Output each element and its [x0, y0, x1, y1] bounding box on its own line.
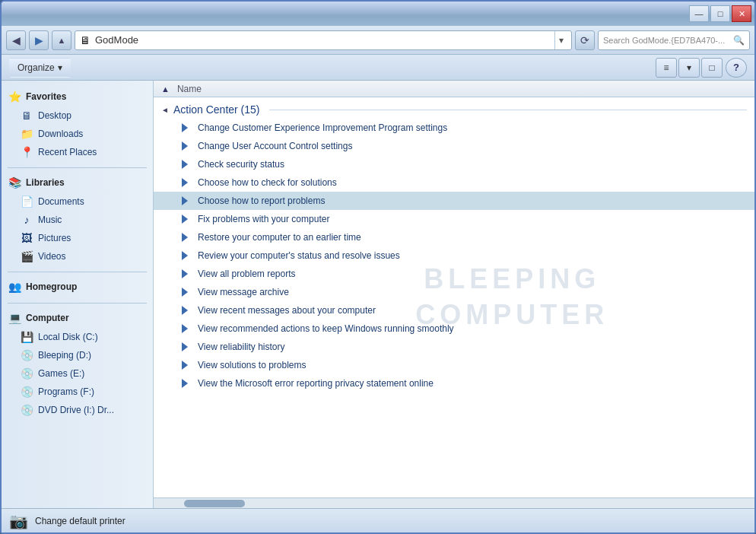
list-item[interactable]: Change User Account Control settings: [154, 137, 754, 155]
sidebar-item-games-e[interactable]: 💿 Games (E:): [2, 364, 153, 383]
favorites-icon: ⭐: [8, 90, 21, 103]
programs-f-icon: 💿: [20, 385, 33, 399]
sidebar-section-homegroup: 👥 Homegroup: [2, 277, 153, 297]
status-bar: 📷 Change default printer: [2, 508, 754, 532]
sidebar-divider-3: [8, 303, 147, 304]
item-label: View all problem reports: [198, 269, 296, 279]
item-label: View reliability history: [198, 342, 285, 352]
search-placeholder-text: Search GodMode.{ED7BA470-...: [603, 36, 729, 45]
sidebar-item-documents[interactable]: 📄 Documents: [2, 192, 153, 211]
item-arrow-icon: [178, 340, 192, 354]
item-arrow-icon: [178, 212, 192, 226]
item-arrow-icon: [178, 249, 192, 262]
list-item[interactable]: View all problem reports: [154, 265, 754, 283]
sidebar-item-downloads[interactable]: 📁 Downloads: [2, 125, 153, 143]
sidebar-item-videos[interactable]: 🎬 Videos: [2, 247, 153, 265]
forward-button[interactable]: ▶: [29, 30, 49, 50]
sidebar-item-pictures[interactable]: 🖼 Pictures: [2, 229, 153, 247]
close-button[interactable]: ✕: [732, 5, 751, 22]
address-path: GodMode: [95, 34, 550, 46]
item-label: Choose how to report problems: [198, 195, 325, 206]
downloads-icon: 📁: [20, 127, 33, 141]
list-item[interactable]: Review your computer's status and resolv…: [154, 246, 754, 265]
videos-label: Videos: [38, 251, 65, 262]
hscroll-thumb[interactable]: [184, 500, 245, 507]
address-dropdown-button[interactable]: ▾: [554, 31, 567, 49]
list-item[interactable]: Restore your computer to an earlier time: [154, 228, 754, 246]
local-disk-c-icon: 💾: [20, 330, 33, 344]
item-label: View recommended actions to keep Windows…: [198, 323, 454, 334]
list-item[interactable]: View solutions to problems: [154, 356, 754, 374]
item-arrow-icon: [178, 285, 192, 299]
view-dropdown-button[interactable]: ▾: [678, 58, 700, 78]
libraries-icon: 📚: [8, 176, 21, 189]
list-item[interactable]: Choose how to check for solutions: [154, 173, 754, 192]
list-item[interactable]: Check security status: [154, 155, 754, 173]
item-arrow-icon: [178, 267, 192, 281]
list-item[interactable]: Change Customer Experience Improvement P…: [154, 119, 754, 137]
homegroup-icon: 👥: [8, 280, 21, 294]
list-item[interactable]: View recommended actions to keep Windows…: [154, 319, 754, 338]
group-collapse-arrow[interactable]: ◄: [161, 106, 169, 114]
view-buttons: ≡ ▾ □: [656, 58, 723, 78]
sidebar-item-bleeping-d[interactable]: 💿 Bleeping (D:): [2, 346, 153, 364]
music-label: Music: [38, 215, 62, 225]
organize-button[interactable]: Organize ▾: [9, 58, 71, 78]
group-title: Action Center (15): [173, 103, 260, 116]
toolbar: Organize ▾ ≡ ▾ □ ?: [2, 55, 754, 81]
local-disk-c-label: Local Disk (C:): [38, 332, 98, 342]
sidebar-item-desktop[interactable]: 🖥 Desktop: [2, 106, 153, 125]
item-label: Change Customer Experience Improvement P…: [198, 122, 447, 133]
favorites-label: Favorites: [26, 91, 66, 102]
sidebar-item-dvd-drive[interactable]: 💿 DVD Drive (I:) Dr...: [2, 401, 153, 419]
item-label: Change User Account Control settings: [198, 141, 352, 151]
help-button[interactable]: ?: [726, 58, 747, 78]
search-box[interactable]: Search GodMode.{ED7BA470-... 🔍: [598, 30, 750, 50]
address-input-box[interactable]: 🖥 GodMode ▾: [75, 30, 572, 50]
sidebar-scroll[interactable]: ⭐ Favorites 🖥 Desktop 📁 Downloads 📍 Rece…: [2, 81, 153, 508]
list-view-button[interactable]: ≡: [656, 58, 677, 78]
videos-icon: 🎬: [20, 250, 33, 263]
list-item[interactable]: View message archive: [154, 283, 754, 301]
sidebar-item-recent-places[interactable]: 📍 Recent Places: [2, 143, 153, 161]
organize-arrow: ▾: [58, 62, 62, 73]
list-item[interactable]: View recent messages about your computer: [154, 301, 754, 319]
item-label: Review your computer's status and resolv…: [198, 250, 400, 261]
sidebar-item-local-disk-c[interactable]: 💾 Local Disk (C:): [2, 328, 153, 346]
item-label: Choose how to check for solutions: [198, 177, 337, 188]
recent-places-label: Recent Places: [38, 147, 97, 157]
list-item[interactable]: View the Microsoft error reporting priva…: [154, 374, 754, 393]
sort-up-button[interactable]: ▲: [161, 84, 170, 94]
back-button[interactable]: ◀: [6, 30, 26, 50]
list-item[interactable]: Fix problems with your computer: [154, 210, 754, 228]
sidebar-divider-1: [8, 167, 147, 168]
group-header-action-center: ◄ Action Center (15): [154, 100, 754, 119]
sidebar-item-programs-f[interactable]: 💿 Programs (F:): [2, 383, 153, 401]
horizontal-scrollbar[interactable]: [154, 497, 754, 508]
list-item[interactable]: View reliability history: [154, 338, 754, 356]
dvd-drive-label: DVD Drive (I:) Dr...: [38, 405, 114, 415]
desktop-label: Desktop: [38, 110, 71, 121]
minimize-button[interactable]: —: [689, 5, 709, 22]
sidebar-header-libraries: 📚 Libraries: [2, 173, 153, 192]
content-area[interactable]: BLEEPINGCOMPUTER ◄ Action Center (15) Ch…: [154, 97, 754, 497]
item-label: View recent messages about your computer: [198, 305, 376, 316]
address-bar: ◀ ▶ ▲ 🖥 GodMode ▾ ⟳ Search GodMode.{ED7B…: [2, 26, 754, 55]
item-arrow-icon: [178, 230, 192, 244]
preview-pane-button[interactable]: □: [701, 58, 723, 78]
item-label: Check security status: [198, 159, 284, 170]
search-button[interactable]: 🔍: [732, 34, 745, 46]
refresh-button[interactable]: ⟳: [575, 30, 595, 50]
programs-f-label: Programs (F:): [38, 386, 94, 397]
item-arrow-icon: [178, 322, 192, 335]
maximize-button[interactable]: □: [710, 5, 730, 22]
sidebar-header-computer: 💻 Computer: [2, 308, 153, 328]
sidebar-header-homegroup: 👥 Homegroup: [2, 277, 153, 297]
list-item[interactable]: Choose how to report problems: [154, 192, 754, 210]
item-arrow-icon: [178, 121, 192, 135]
item-arrow-icon: [178, 304, 192, 317]
sidebar-item-music[interactable]: ♪ Music: [2, 211, 153, 229]
computer-label: Computer: [26, 313, 69, 323]
up-button[interactable]: ▲: [52, 30, 71, 50]
games-e-label: Games (E:): [38, 368, 84, 379]
